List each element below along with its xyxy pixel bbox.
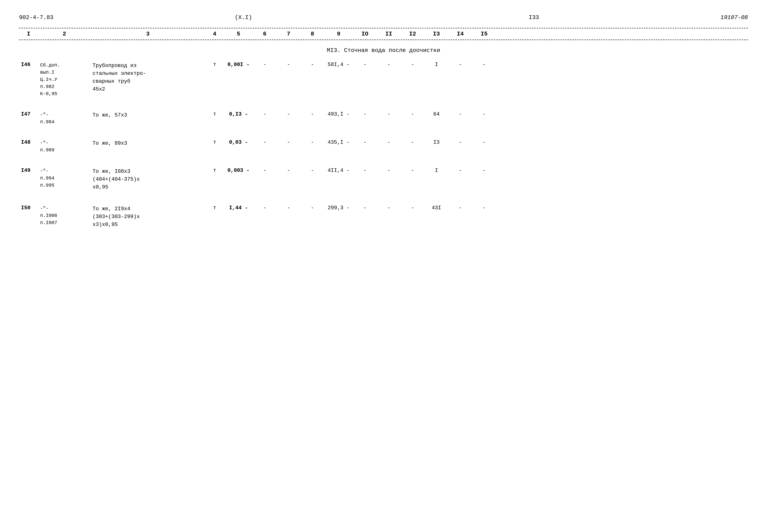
col-header-13: I3: [425, 31, 449, 37]
row-4-col-6: -: [277, 204, 300, 212]
row-3-col-11: -: [401, 167, 425, 174]
row-3-col-13: -: [449, 167, 472, 174]
col-header-9: 9: [324, 31, 353, 37]
row-0-col-14: -: [472, 61, 496, 69]
row-4-col-8: 299,3 -: [324, 204, 353, 212]
row-3-col-2: То же, I08х3(404+(404-375)хх0,95: [91, 167, 205, 192]
col-header-11: II: [377, 31, 401, 37]
row-4-col-4: I,44 -: [224, 204, 253, 212]
row-2-col-7: -: [300, 138, 324, 146]
row-4-col-12: 43I: [425, 204, 449, 212]
row-2-col-0: I48: [19, 138, 38, 146]
row-0-col-12: I: [425, 61, 449, 69]
row-4-col-9: -: [353, 204, 377, 212]
row-2-col-2: То же, 89х3: [91, 138, 205, 148]
table-row: I50-"-п.I006п.I007То же, 2I9х4(303+(303-…: [19, 204, 748, 230]
row-2-col-14: -: [472, 138, 496, 146]
row-1-col-14: -: [472, 110, 496, 118]
header-page-num: I33: [529, 14, 539, 21]
section-title: МI3. Сточная вода после доочистки: [19, 47, 748, 54]
row-3-col-7: -: [300, 167, 324, 174]
col-header-10: IO: [353, 31, 377, 37]
row-0-col-2: Трубопровод изстальных электро-сварных т…: [91, 61, 205, 94]
column-headers: I 2 3 4 5 6 7 8 9 IO II I2 I3 I4 I5: [19, 28, 748, 40]
row-1-col-2: То же, 57х3: [91, 110, 205, 120]
row-0-col-3: т: [205, 61, 224, 69]
row-3-col-4: 0,003 -: [224, 167, 253, 174]
row-3-col-0: I49: [19, 167, 38, 174]
row-4-col-10: -: [377, 204, 401, 212]
header: 902-4-7.83 (X.I) I33 19107-08: [19, 14, 748, 21]
row-2-col-8: 435,I -: [324, 138, 353, 146]
row-1-col-3: т: [205, 110, 224, 118]
table-row: I48-"-п.989То же, 89х3т0,03 ----435,I --…: [19, 138, 748, 155]
row-4-col-0: I50: [19, 204, 38, 212]
row-3-col-14: -: [472, 167, 496, 174]
col-header-15: I5: [472, 31, 496, 37]
col-header-12: I2: [401, 31, 425, 37]
row-4-col-1: -"-п.I006п.I007: [38, 204, 91, 227]
header-right-code: 19107-08: [721, 14, 748, 21]
page-container: 902-4-7.83 (X.I) I33 19107-08 I 2 3 4 5 …: [19, 14, 748, 230]
row-0-col-13: -: [449, 61, 472, 69]
row-2-col-3: т: [205, 138, 224, 146]
row-3-col-10: -: [377, 167, 401, 174]
col-header-1: I: [19, 31, 38, 37]
row-1-col-6: -: [277, 110, 300, 118]
table-row: I47-"-п.984То же, 57х3т0,I3 ----493,I --…: [19, 110, 748, 127]
row-1-col-0: I47: [19, 110, 38, 118]
row-0-col-9: -: [353, 61, 377, 69]
row-2-col-4: 0,03 -: [224, 138, 253, 146]
row-1-col-4: 0,I3 -: [224, 110, 253, 118]
row-4-col-13: -: [449, 204, 472, 212]
row-1-col-10: -: [377, 110, 401, 118]
col-header-4: 4: [205, 31, 224, 37]
row-0-col-10: -: [377, 61, 401, 69]
row-2-col-5: -: [253, 138, 277, 146]
row-1-col-8: 493,I -: [324, 110, 353, 118]
col-header-7: 7: [277, 31, 300, 37]
col-header-6: 6: [253, 31, 277, 37]
row-2-col-1: -"-п.989: [38, 138, 91, 155]
row-4-col-7: -: [300, 204, 324, 212]
row-4-col-5: -: [253, 204, 277, 212]
row-0-col-8: 58I,4 -: [324, 61, 353, 69]
row-3-col-8: 4II,4 -: [324, 167, 353, 174]
row-0-col-6: -: [277, 61, 300, 69]
row-4-col-2: То же, 2I9х4(303+(303-299)хх3)х0,95: [91, 204, 205, 230]
row-3-col-3: т: [205, 167, 224, 174]
row-0-col-0: I46: [19, 61, 38, 69]
header-doc-number: 902-4-7.83: [19, 14, 53, 21]
row-3-col-5: -: [253, 167, 277, 174]
row-1-col-7: -: [300, 110, 324, 118]
col-header-14: I4: [449, 31, 472, 37]
row-4-col-11: -: [401, 204, 425, 212]
row-0-col-11: -: [401, 61, 425, 69]
row-2-col-11: -: [401, 138, 425, 146]
col-header-5: 5: [224, 31, 253, 37]
row-1-col-5: -: [253, 110, 277, 118]
row-1-col-1: -"-п.984: [38, 110, 91, 127]
row-0-col-7: -: [300, 61, 324, 69]
col-header-3: 3: [91, 31, 205, 37]
row-4-col-14: -: [472, 204, 496, 212]
col-header-8: 8: [300, 31, 324, 37]
row-2-col-12: I3: [425, 138, 449, 146]
table-row: I46Сб.доп.вып.IЦ.Iч.Уп.982К-0,95Трубопро…: [19, 61, 748, 98]
header-section: (X.I): [235, 14, 252, 21]
row-2-col-9: -: [353, 138, 377, 146]
row-2-col-6: -: [277, 138, 300, 146]
row-0-col-1: Сб.доп.вып.IЦ.Iч.Уп.982К-0,95: [38, 61, 91, 98]
row-2-col-13: -: [449, 138, 472, 146]
row-0-col-5: -: [253, 61, 277, 69]
table-body: I46Сб.доп.вып.IЦ.Iч.Уп.982К-0,95Трубопро…: [19, 61, 748, 230]
row-1-col-9: -: [353, 110, 377, 118]
row-2-col-10: -: [377, 138, 401, 146]
row-1-col-13: -: [449, 110, 472, 118]
row-3-col-6: -: [277, 167, 300, 174]
table-row: I49-"-п.994п.995То же, I08х3(404+(404-37…: [19, 167, 748, 192]
col-header-2: 2: [38, 31, 91, 37]
row-4-col-3: т: [205, 204, 224, 212]
row-0-col-4: 0,00I -: [224, 61, 253, 69]
row-3-col-1: -"-п.994п.995: [38, 167, 91, 190]
